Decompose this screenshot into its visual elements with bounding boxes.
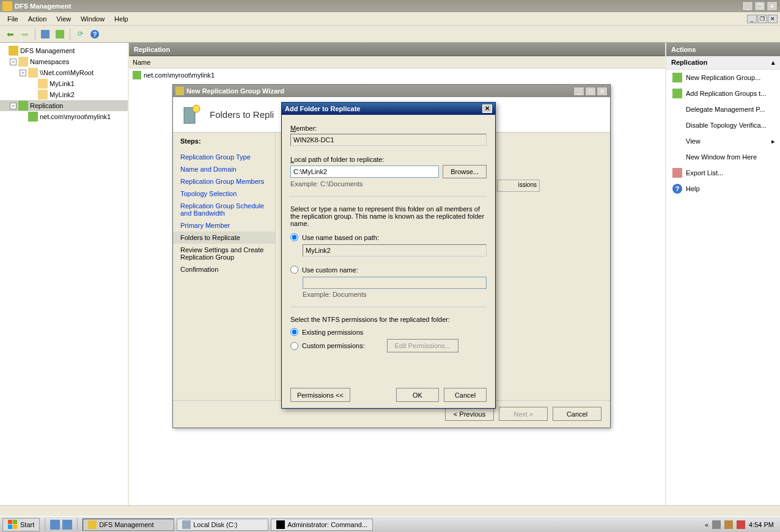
quicklaunch-icon-1[interactable] [50, 520, 60, 530]
step-folders[interactable]: Folders to Replicate [173, 231, 275, 244]
tree-link2[interactable]: MyLink2 [0, 89, 128, 100]
name-instructions: Select or type a name to represent this … [290, 205, 487, 227]
action-new-replication[interactable]: New Replication Group... [666, 70, 780, 86]
step-review[interactable]: Review Settings and Create Replication G… [180, 244, 268, 263]
collapse-icon[interactable]: − [10, 103, 17, 109]
mdi-restore-button[interactable]: ❐ [757, 15, 767, 23]
step-name-domain[interactable]: Name and Domain [180, 163, 268, 175]
step-replication-type[interactable]: Replication Group Type [180, 151, 268, 163]
action-label: View [686, 137, 768, 145]
steps-header: Steps: [180, 137, 268, 145]
action-add-replication[interactable]: Add Replication Groups t... [666, 86, 780, 101]
action-help[interactable]: ? Help [666, 181, 780, 197]
tree-root[interactable]: DFS Management [0, 45, 128, 56]
tree-replication[interactable]: − Replication [0, 100, 128, 111]
tray-icon-2[interactable] [724, 520, 733, 529]
quicklaunch-icon-2[interactable] [62, 520, 72, 530]
radio-custom-perm[interactable]: Custom permissions: Edit Permissions... [290, 339, 487, 352]
step-members[interactable]: Replication Group Members [180, 175, 268, 188]
tray-icon-1[interactable] [712, 520, 721, 529]
task-icon [88, 520, 97, 529]
mdi-minimize-button[interactable]: _ [747, 15, 757, 23]
app-title: DFS Management [15, 2, 742, 10]
refresh-button[interactable]: ⟳ [73, 27, 87, 41]
tree-root-label: DFS Management [20, 47, 75, 54]
action-new-window[interactable]: New Window from Here [666, 149, 780, 165]
collapse-icon[interactable]: − [10, 59, 17, 65]
step-schedule[interactable]: Replication Group Schedule and Bandwidth [180, 200, 268, 219]
dialog-titlebar[interactable]: Add Folder to Replicate ✕ [282, 103, 495, 115]
wizard-cancel-button[interactable]: Cancel [553, 407, 602, 421]
close-button[interactable]: ✕ [767, 1, 778, 11]
action-view[interactable]: View ▸ [666, 133, 780, 149]
tree-rep-item[interactable]: net.com\myroot\mylink1 [0, 111, 128, 122]
action-disable-topology[interactable]: Disable Topology Verifica... [666, 117, 780, 133]
list-row[interactable]: net.com\myroot\mylink1 [133, 70, 661, 81]
svg-rect-4 [8, 525, 12, 529]
col-name: Name [133, 59, 150, 66]
center-header: Replication [129, 43, 665, 56]
wizard-previous-button[interactable]: < Previous [445, 407, 494, 421]
tree-namespaces[interactable]: − Namespaces [0, 56, 128, 67]
tree-ns-root[interactable]: − \\Net.com\MyRoot [0, 67, 128, 78]
permissions-toggle-button[interactable]: Permissions << [290, 388, 350, 402]
minimize-button[interactable]: _ [742, 1, 753, 11]
member-field [290, 134, 487, 146]
wizard-maximize-button[interactable]: □ [585, 87, 596, 96]
list-row-icon [133, 71, 141, 79]
radio-use-path[interactable]: Use name based on path: [290, 233, 487, 241]
actions-group[interactable]: Replication ▴ [666, 56, 780, 70]
toolbar-btn-1[interactable] [39, 27, 52, 41]
path-field[interactable] [290, 166, 439, 178]
task-dfs[interactable]: DFS Management [83, 519, 174, 531]
radio-existing-perm[interactable]: Existing permissions [290, 328, 487, 336]
ok-button[interactable]: OK [396, 388, 439, 402]
blank-icon [672, 152, 682, 162]
replication-icon [672, 89, 682, 98]
svg-rect-5 [13, 525, 17, 529]
tray-icon-3[interactable] [737, 520, 745, 529]
action-label: Disable Topology Verifica... [686, 122, 767, 129]
collapse-icon: ▴ [771, 59, 775, 67]
forward-button[interactable]: ➡ [18, 27, 32, 41]
start-button[interactable]: Start [2, 518, 40, 531]
menu-view[interactable]: View [51, 14, 76, 24]
radio-existing-input[interactable] [290, 328, 298, 336]
task-cmd[interactable]: Administrator: Command... [271, 519, 373, 531]
step-primary[interactable]: Primary Member [180, 219, 268, 231]
step-confirmation[interactable]: Confirmation [180, 263, 268, 275]
menu-window[interactable]: Window [76, 14, 109, 24]
radio-custom-name-input[interactable] [290, 266, 298, 274]
wizard-steps: Steps: Replication Group Type Name and D… [173, 133, 276, 400]
wizard-titlebar[interactable]: New Replication Group Wizard _ □ ✕ [173, 85, 610, 97]
step-topology[interactable]: Topology Selection [180, 188, 268, 200]
radio-use-path-input[interactable] [290, 233, 298, 241]
wizard-minimize-button[interactable]: _ [573, 87, 584, 96]
tree-link1[interactable]: MyLink1 [0, 78, 128, 89]
task-disk[interactable]: Local Disk (C:) [177, 519, 268, 531]
toolbar-btn-2[interactable] [53, 27, 67, 41]
cancel-button[interactable]: Cancel [444, 388, 487, 402]
wizard-heading: Folders to Repli [210, 109, 274, 120]
list-row-text: net.com\myroot\mylink1 [144, 71, 215, 79]
tree-rep-item-label: net.com\myroot\mylink1 [40, 113, 111, 120]
mdi-close-button[interactable]: ✕ [768, 15, 778, 23]
back-button[interactable]: ⬅ [4, 27, 17, 41]
menu-action[interactable]: Action [23, 14, 52, 24]
help-button[interactable]: ? [88, 27, 101, 41]
maximize-button[interactable]: ❐ [754, 1, 765, 11]
browse-button[interactable]: Browse... [443, 165, 487, 178]
wizard-close-button[interactable]: ✕ [597, 87, 608, 96]
wizard-next-button: Next > [499, 407, 548, 421]
menu-file[interactable]: File [2, 14, 23, 24]
menu-help[interactable]: Help [109, 14, 133, 24]
radio-custom-name[interactable]: Use custom name: [290, 266, 487, 274]
blank-icon [672, 120, 682, 130]
dialog-close-button[interactable]: ✕ [482, 104, 492, 113]
wizard-tab-fragment[interactable]: issions [497, 180, 540, 192]
collapse-icon[interactable]: − [20, 70, 26, 76]
tray-chevron-icon[interactable]: « [705, 521, 708, 528]
task-label: Local Disk (C:) [193, 521, 237, 528]
radio-custom-perm-input[interactable] [290, 342, 298, 350]
action-delegate[interactable]: Delegate Management P... [666, 101, 780, 117]
